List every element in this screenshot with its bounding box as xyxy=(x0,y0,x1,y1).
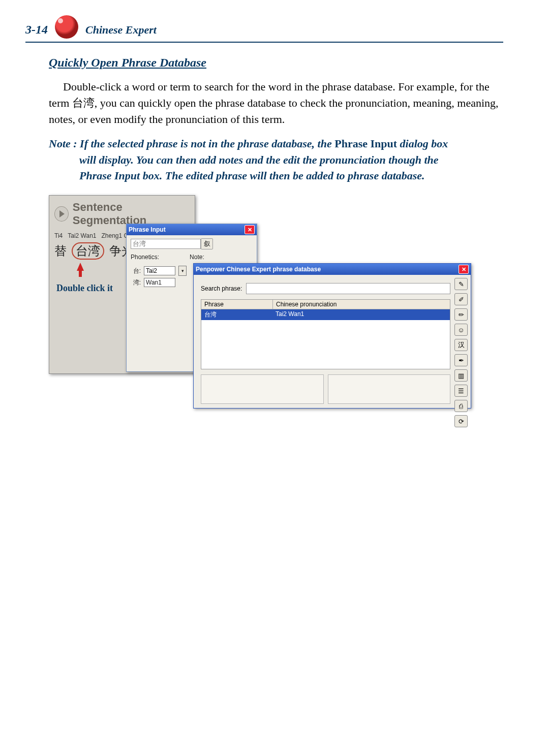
tool-write-icon[interactable]: ✐ xyxy=(454,293,468,305)
phrase-input-titlebar[interactable]: Phrase Input ✕ xyxy=(127,224,257,235)
header-divider xyxy=(25,42,503,43)
note-paragraph: Note : If the selected phrase is not in … xyxy=(49,136,503,184)
char-1[interactable]: 替 xyxy=(54,243,67,259)
tool-han-icon[interactable]: 汉 xyxy=(454,339,468,351)
phrase-input-title: Phrase Input xyxy=(129,226,166,233)
search-input[interactable] xyxy=(246,283,450,294)
results-grid: Phrase Chinese pronunciation 台湾 Tai2 Wan… xyxy=(201,299,450,369)
phrase-database-window: Penpower Chinese Expert phrase database … xyxy=(193,263,471,408)
cell-phrase: 台湾 xyxy=(201,309,272,320)
figure: Sentence Segmentation Ti4 Tai2 Wan1 Zhen… xyxy=(49,195,471,408)
pinyin-2: Tai2 Wan1 xyxy=(68,232,96,239)
phonetics-label: Phonetics: xyxy=(131,254,159,261)
table-row[interactable]: 台湾 Tai2 Wan1 xyxy=(201,309,450,320)
search-label: Search phrase: xyxy=(201,285,242,292)
phon-value-2: Wan1 xyxy=(144,278,175,287)
cell-pron: Tai2 Wan1 xyxy=(272,309,450,320)
phon-char-1: 台: xyxy=(131,267,141,275)
note-label: Note: xyxy=(190,254,204,261)
toolbar: ✎ ✐ ✏ ☺ 汉 ✒ ▥ ☰ ⎙ ⟳ xyxy=(454,278,468,427)
chevron-down-icon[interactable]: ▾ xyxy=(178,266,187,276)
close-icon[interactable]: ✕ xyxy=(245,225,255,234)
phrase-action-button[interactable]: 叙 xyxy=(201,238,213,249)
phon-char-2: 湾: xyxy=(131,278,141,287)
tool-print-icon[interactable]: ⎙ xyxy=(454,400,468,412)
database-title: Penpower Chinese Expert phrase database xyxy=(196,266,321,273)
note-line1b: dialog box xyxy=(397,137,448,150)
circled-term[interactable]: 台湾 xyxy=(72,242,104,260)
note-bold: Phrase Input xyxy=(334,137,397,150)
database-titlebar[interactable]: Penpower Chinese Expert phrase database … xyxy=(194,264,471,275)
body-paragraph: Double-click a word or term to search fo… xyxy=(49,79,503,128)
col-pron[interactable]: Chinese pronunciation xyxy=(273,300,450,309)
tool-pen-icon[interactable]: ✒ xyxy=(454,354,468,366)
phrase-field[interactable] xyxy=(131,239,201,249)
col-phrase[interactable]: Phrase xyxy=(201,300,273,309)
arrow-right-icon[interactable] xyxy=(54,206,69,222)
tool-face-icon[interactable]: ☺ xyxy=(454,324,468,336)
note-line2: will display. You can then add notes and… xyxy=(79,152,503,168)
callout-arrow-icon xyxy=(77,263,84,271)
note-line1a: If the selected phrase is not in the phr… xyxy=(80,137,334,150)
tool-refresh-icon[interactable]: ⟳ xyxy=(454,415,468,427)
grid-empty xyxy=(201,320,450,369)
page-number: 3-14 xyxy=(25,23,48,37)
close-icon[interactable]: ✕ xyxy=(459,265,469,274)
product-name: Chinese Expert xyxy=(85,23,157,37)
product-logo-icon xyxy=(55,15,78,39)
note-prefix: Note : xyxy=(49,137,80,150)
detail-box-2[interactable] xyxy=(328,374,451,404)
section-title: Quickly Open Phrase Database xyxy=(49,56,503,70)
tool-grid-icon[interactable]: ▥ xyxy=(454,369,468,382)
note-line3: Phrase Input box. The edited phrase will… xyxy=(79,168,503,184)
tool-list-icon[interactable]: ☰ xyxy=(454,385,468,397)
tool-edit-icon[interactable]: ✎ xyxy=(454,278,468,290)
pinyin-1: Ti4 xyxy=(54,232,63,239)
tool-pencil-icon[interactable]: ✏ xyxy=(454,308,468,321)
phon-value-1[interactable] xyxy=(144,266,175,275)
detail-box-1[interactable] xyxy=(201,374,324,404)
